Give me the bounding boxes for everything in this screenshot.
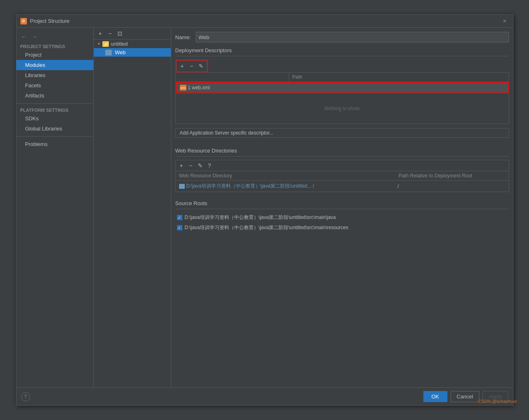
wr-table-header: Web Resource Directory Path Relative to … <box>176 171 509 181</box>
tree-item-web[interactable]: Web <box>94 48 171 57</box>
deployment-descriptors-title: Deployment Descriptors <box>175 47 509 53</box>
nothing-to-show: Nothing to show <box>176 93 509 124</box>
source-row-resources: ✓ D:\java培训学习资料（中公教育）\java第二阶段\untitled\… <box>175 223 509 233</box>
source-roots-section: Source Roots ✓ D:\java培训学习资料（中公教育）\java第… <box>175 200 509 233</box>
wr-add-button[interactable]: + <box>177 161 186 170</box>
sidebar-item-modules[interactable]: Modules <box>16 60 93 70</box>
name-row: Name: <box>175 32 509 42</box>
watermark: CSDN @lichaohual <box>478 399 517 404</box>
wr-help-button[interactable]: ? <box>206 161 214 170</box>
wr-table-row[interactable]: D:\java培训学习资料（中公教育）\java第二阶段\untitled...… <box>176 181 509 192</box>
module-name-label: Web <box>115 49 126 55</box>
sidebar-item-libraries[interactable]: Libraries <box>16 70 93 80</box>
dd-edit-button[interactable]: ✎ <box>197 62 205 70</box>
title-bar: ⚙ Project Structure × <box>16 15 513 28</box>
wr-folder-icon <box>179 184 185 189</box>
cancel-button[interactable]: Cancel <box>451 391 479 402</box>
project-name-label: untitled <box>111 41 128 47</box>
module-tree-toolbar: + − ⊡ <box>94 28 171 40</box>
bottom-bar: ? OK Cancel Apply <box>16 387 513 405</box>
dd-table-row[interactable]: xml 1 web.xml <box>177 83 508 93</box>
add-server-button[interactable]: Add Application Server specific descript… <box>175 128 509 138</box>
chevron-icon: ▼ <box>97 42 101 46</box>
close-button[interactable]: × <box>501 17 509 25</box>
dd-entry-name: 1 web.xml <box>188 85 210 91</box>
dd-col-path: Path <box>289 73 509 82</box>
dd-toolbar-highlight: + − ✎ <box>175 60 208 72</box>
app-icon: ⚙ <box>20 18 27 24</box>
dd-entry-highlight: xml 1 web.xml <box>176 82 509 93</box>
checkbox-resources[interactable]: ✓ <box>177 225 182 230</box>
module-tree: + − ⊡ ▼ 📁 untitled Web <box>94 28 171 387</box>
dd-remove-button[interactable]: − <box>188 62 196 70</box>
wr-remove-button[interactable]: − <box>187 161 195 170</box>
dd-toolbar: + − ✎ <box>176 60 207 71</box>
sidebar-item-problems[interactable]: Problems <box>16 139 93 149</box>
web-icon <box>105 50 112 55</box>
sidebar: ← → Project Settings Project Modules Lib… <box>16 28 94 387</box>
dd-table: Path xml 1 web.xml <box>175 72 509 124</box>
wr-col2: Path Relative to Deployment Root <box>395 171 508 180</box>
wr-edit-button[interactable]: ✎ <box>196 161 204 170</box>
back-button[interactable]: ← <box>20 33 29 41</box>
sidebar-item-sdks[interactable]: SDKs <box>16 113 93 124</box>
sidebar-item-project[interactable]: Project <box>16 50 93 60</box>
source-path-resources: D:\java培训学习资料（中公教育）\java第二阶段\untitled\sr… <box>185 224 348 231</box>
deployment-descriptors-section: Deployment Descriptors + − ✎ <box>175 47 509 128</box>
web-resource-title: Web Resource Directories <box>175 148 509 154</box>
source-path-java: D:\java培训学习资料（中公教育）\java第二阶段\untitled\sr… <box>185 214 336 221</box>
ok-button[interactable]: OK <box>423 391 447 402</box>
wr-toolbar: + − ✎ ? <box>175 160 509 171</box>
sidebar-item-artifacts[interactable]: Artifacts <box>16 91 93 101</box>
platform-settings-header: Platform Settings <box>16 106 93 113</box>
tree-item-untitled[interactable]: ▼ 📁 untitled <box>94 40 171 48</box>
folder-icon: 📁 <box>102 41 109 47</box>
source-roots-title: Source Roots <box>175 200 509 206</box>
help-button[interactable]: ? <box>21 392 30 401</box>
sidebar-item-global-libraries[interactable]: Global Libraries <box>16 124 93 134</box>
copy-module-button[interactable]: ⊡ <box>116 29 124 38</box>
dd-table-header: Path <box>176 73 509 82</box>
name-input[interactable] <box>196 32 509 42</box>
dd-add-button[interactable]: + <box>178 62 186 70</box>
web-resource-section: Web Resource Directories + − ✎ ? Web Res… <box>175 148 509 197</box>
checkbox-java[interactable]: ✓ <box>177 215 182 220</box>
right-panel: Name: Deployment Descriptors + − ✎ <box>171 28 513 387</box>
project-settings-header: Project Settings <box>16 42 93 50</box>
dialog-title: Project Structure <box>30 18 70 24</box>
dd-path-cell <box>288 87 506 88</box>
remove-module-button[interactable]: − <box>106 29 114 38</box>
forward-button[interactable]: → <box>30 33 39 41</box>
wr-path-value: D:\java培训学习资料（中公教育）\java第二阶段\untitled...… <box>186 183 314 190</box>
dd-col-name <box>176 73 289 82</box>
dd-entry-cell: xml 1 web.xml <box>178 84 289 91</box>
source-row-java: ✓ D:\java培训学习资料（中公教育）\java第二阶段\untitled\… <box>175 212 509 223</box>
xml-icon: xml <box>180 85 186 91</box>
wr-col1: Web Resource Directory <box>176 171 396 180</box>
wr-table: Web Resource Directory Path Relative to … <box>175 171 509 192</box>
wr-relative-cell: / <box>396 183 507 190</box>
sidebar-item-facets[interactable]: Facets <box>16 80 93 91</box>
wr-path-cell: D:\java培训学习资料（中公教育）\java第二阶段\untitled...… <box>177 182 396 190</box>
add-module-button[interactable]: + <box>96 29 104 38</box>
name-label: Name: <box>175 34 192 40</box>
